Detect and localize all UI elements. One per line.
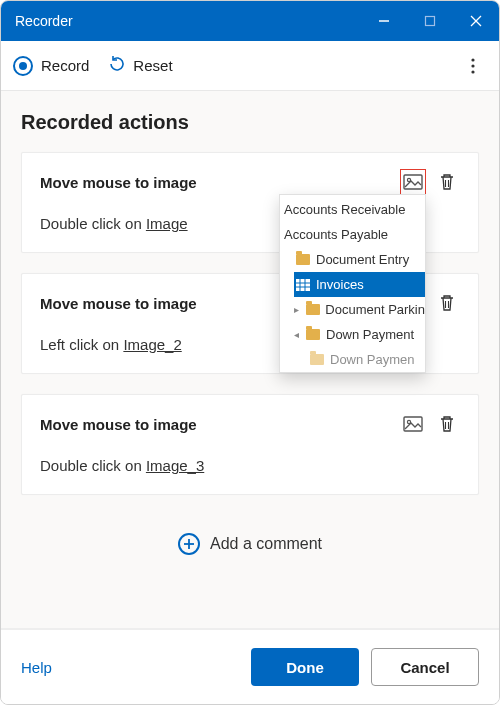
reset-label: Reset (133, 57, 172, 74)
action-target-link[interactable]: Image_2 (123, 336, 181, 353)
cancel-button[interactable]: Cancel (371, 648, 479, 686)
delete-action-button[interactable] (434, 169, 460, 195)
titlebar: Recorder (1, 1, 499, 41)
record-icon (13, 56, 33, 76)
svg-point-5 (471, 64, 474, 67)
action-target-link[interactable]: Image (146, 215, 188, 232)
delete-action-button[interactable] (434, 411, 460, 437)
tree-item-label: Invoices (316, 277, 364, 292)
trash-icon (439, 294, 455, 312)
tree-item[interactable]: ▸ Document Parkin (280, 297, 425, 322)
tree-item-label: Document Parkin (325, 302, 425, 317)
tree-item[interactable]: Accounts Payable (280, 222, 425, 247)
plus-icon (178, 533, 200, 555)
reset-icon (107, 54, 127, 78)
tree-item-selected[interactable]: Invoices (294, 272, 425, 297)
minimize-button[interactable] (361, 1, 407, 41)
add-comment-button[interactable]: Add a comment (21, 515, 479, 579)
delete-action-button[interactable] (434, 290, 460, 316)
svg-rect-7 (404, 175, 422, 189)
tree-item[interactable]: Accounts Receivable (280, 197, 425, 222)
action-description-prefix: Double click on (40, 457, 146, 474)
tree-item-label: Accounts Receivable (284, 202, 405, 217)
folder-icon (304, 328, 322, 342)
more-options-button[interactable] (459, 52, 487, 80)
maximize-button[interactable] (407, 1, 453, 41)
folder-icon (304, 303, 322, 317)
action-description-prefix: Left click on (40, 336, 123, 353)
folder-icon (294, 253, 312, 267)
tree-item[interactable]: ◂ Down Payment (280, 322, 425, 347)
trash-icon (439, 173, 455, 191)
action-target-link[interactable]: Image_3 (146, 457, 204, 474)
record-button[interactable]: Record (13, 56, 89, 76)
content-area: Recorded actions Move mouse to image Dou… (1, 91, 499, 628)
add-comment-label: Add a comment (210, 535, 322, 553)
screenshot-thumbnail-button[interactable] (400, 169, 426, 195)
footer: Help Done Cancel (1, 628, 499, 704)
screenshot-thumbnail-button[interactable] (400, 411, 426, 437)
close-button[interactable] (453, 1, 499, 41)
svg-rect-1 (426, 17, 435, 26)
svg-point-4 (471, 58, 474, 61)
folder-icon (308, 353, 326, 367)
svg-rect-21 (296, 279, 310, 291)
grid-icon (294, 278, 312, 292)
recorder-window: Recorder Record Reset Recorded actions (0, 0, 500, 705)
action-title: Move mouse to image (40, 174, 392, 191)
svg-rect-15 (404, 417, 422, 431)
tree-item-label: Document Entry (316, 252, 409, 267)
window-title: Recorder (15, 13, 361, 29)
reset-button[interactable]: Reset (107, 54, 172, 78)
caret-icon: ◂ (294, 329, 304, 340)
image-icon (403, 174, 423, 190)
record-label: Record (41, 57, 89, 74)
tree-item-label: Down Paymen (330, 352, 415, 367)
toolbar: Record Reset (1, 41, 499, 91)
help-link[interactable]: Help (21, 659, 239, 676)
tree-item-label: Accounts Payable (284, 227, 388, 242)
action-card[interactable]: Move mouse to image Double click on Imag… (21, 394, 479, 495)
action-description-prefix: Double click on (40, 215, 146, 232)
svg-point-6 (471, 70, 474, 73)
done-button[interactable]: Done (251, 648, 359, 686)
trash-icon (439, 415, 455, 433)
section-heading: Recorded actions (21, 111, 479, 134)
tree-item[interactable]: Document Entry (280, 247, 425, 272)
action-title: Move mouse to image (40, 416, 392, 433)
screenshot-preview-popup: Accounts Receivable Accounts Payable Doc… (279, 194, 426, 373)
image-icon (403, 416, 423, 432)
tree-item[interactable]: Down Paymen (280, 347, 425, 372)
caret-icon: ▸ (294, 304, 304, 315)
tree-item-label: Down Payment (326, 327, 414, 342)
